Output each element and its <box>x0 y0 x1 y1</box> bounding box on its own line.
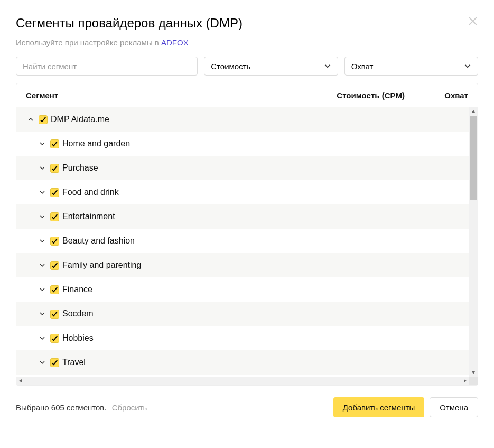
segments-table: Сегмент Стоимость (CPM) Охват DMP Aidata… <box>16 83 478 386</box>
selected-count-text: Выбрано 605 сегментов. <box>16 403 106 412</box>
cost-filter-label: Стоимость <box>211 62 250 71</box>
scroll-right-icon[interactable] <box>461 377 469 385</box>
adfox-link[interactable]: ADFOX <box>161 38 189 47</box>
scroll-left-icon[interactable] <box>16 377 25 385</box>
tree-child-label: Travel <box>62 358 86 367</box>
expand-icon[interactable] <box>38 311 47 317</box>
tree-root-row[interactable]: DMP Aidata.me <box>16 107 478 132</box>
tree-child-label: Beauty and fashion <box>62 236 135 246</box>
checkbox[interactable] <box>50 285 59 294</box>
tree-child-row[interactable]: Socdem <box>16 302 478 326</box>
scroll-track-h[interactable] <box>25 377 461 385</box>
reach-filter-label: Охват <box>351 62 374 71</box>
tree-child-row[interactable]: Home and garden <box>16 132 478 156</box>
reset-link[interactable]: Сбросить <box>112 403 147 412</box>
tree-child-row[interactable]: Beauty and fashion <box>16 229 478 253</box>
tree-child-label: Food and drink <box>62 188 119 197</box>
svg-marker-2 <box>472 110 475 113</box>
add-segments-button[interactable]: Добавить сегменты <box>333 397 424 417</box>
reach-filter-select[interactable]: Охват <box>344 57 478 76</box>
tree-child-label: Hobbies <box>62 333 94 343</box>
expand-icon[interactable] <box>38 213 47 220</box>
tree-root-label: DMP Aidata.me <box>51 115 109 124</box>
expand-icon[interactable] <box>38 286 47 293</box>
checkbox[interactable] <box>39 115 48 124</box>
cancel-button[interactable]: Отмена <box>430 397 478 417</box>
tree-child-row[interactable]: Food and drink <box>16 180 478 204</box>
scroll-track[interactable] <box>469 116 478 368</box>
column-reach: Охват <box>405 91 468 100</box>
tree-child-label: Family and parenting <box>62 260 141 270</box>
table-body: DMP Aidata.me Home and garden Purchase F… <box>16 107 478 377</box>
checkbox[interactable] <box>50 139 59 148</box>
subheader: Используйте при настройке рекламы в ADFO… <box>16 38 478 47</box>
scrollbar-corner <box>469 377 478 385</box>
column-segment: Сегмент <box>26 91 299 100</box>
expand-icon[interactable] <box>38 335 47 341</box>
checkbox[interactable] <box>50 334 59 343</box>
tree-child-row[interactable]: Family and parenting <box>16 253 478 277</box>
expand-icon[interactable] <box>38 189 47 195</box>
tree-child-row[interactable]: Purchase <box>16 156 478 180</box>
dialog-title: Сегменты провайдеров данных (DMP) <box>16 16 243 31</box>
checkbox[interactable] <box>50 261 59 270</box>
checkbox[interactable] <box>50 237 59 246</box>
checkbox[interactable] <box>50 212 59 221</box>
tree-child-row[interactable]: Travel <box>16 350 478 375</box>
chevron-down-icon <box>464 62 471 70</box>
scroll-thumb[interactable] <box>470 116 477 200</box>
expand-icon[interactable] <box>38 238 47 244</box>
expand-icon[interactable] <box>38 262 47 268</box>
scroll-up-icon[interactable] <box>469 107 478 116</box>
vertical-scrollbar[interactable] <box>469 107 478 377</box>
checkbox[interactable] <box>50 358 59 367</box>
tree-child-row[interactable]: Hobbies <box>16 326 478 350</box>
tree-child-row[interactable]: Finance <box>16 277 478 302</box>
expand-icon[interactable] <box>38 165 47 171</box>
scroll-down-icon[interactable] <box>469 368 478 377</box>
expand-icon[interactable] <box>38 359 47 366</box>
svg-marker-3 <box>472 371 475 374</box>
checkbox[interactable] <box>50 164 59 173</box>
table-header: Сегмент Стоимость (CPM) Охват <box>16 83 478 107</box>
tree-child-label: Finance <box>62 285 92 294</box>
subheader-text: Используйте при настройке рекламы в <box>16 38 161 47</box>
cost-filter-select[interactable]: Стоимость <box>204 57 338 76</box>
tree-child-label: Home and garden <box>62 139 130 148</box>
column-cost: Стоимость (CPM) <box>299 91 405 100</box>
close-icon[interactable] <box>468 16 478 26</box>
collapse-icon[interactable] <box>26 116 35 123</box>
tree-child-label: Socdem <box>62 309 94 319</box>
checkbox[interactable] <box>50 310 59 319</box>
checkbox[interactable] <box>50 188 59 197</box>
search-input[interactable] <box>16 57 198 76</box>
tree-child-row[interactable]: Entertainment <box>16 204 478 229</box>
svg-marker-5 <box>464 379 467 382</box>
svg-marker-4 <box>19 379 22 382</box>
tree-child-label: Entertainment <box>62 212 115 221</box>
expand-icon[interactable] <box>38 141 47 147</box>
chevron-down-icon <box>324 62 331 70</box>
horizontal-scrollbar[interactable] <box>16 377 478 385</box>
tree-child-label: Purchase <box>62 163 98 173</box>
